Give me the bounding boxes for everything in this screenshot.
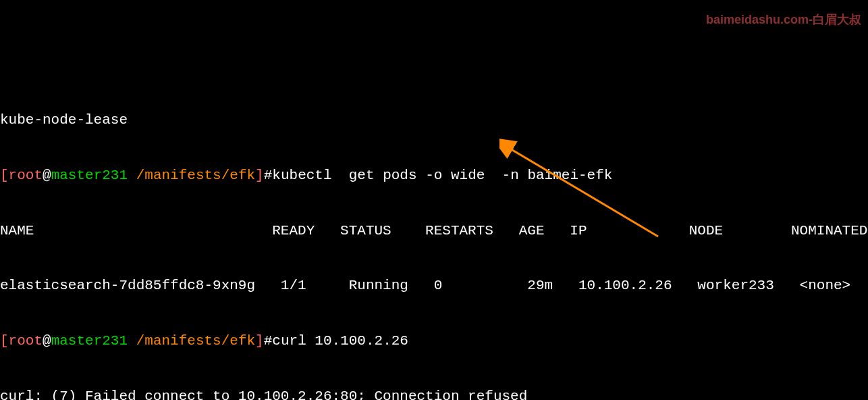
command-kubectl: kubectl get pods -o wide -n baimei-efk [272,168,612,183]
command-curl-80: curl 10.100.2.26 [272,333,408,349]
terminal-line-truncated: kube-node-lease [0,111,868,129]
curl-error-line: curl: (7) Failed connect to 10.100.2.26:… [0,387,868,400]
terminal-prompt-line-2: [root@master231 /manifests/efk]#curl 10.… [0,332,868,350]
kubectl-data-row: elasticsearch-7dd85ffdc8-9xn9g 1/1 Runni… [0,276,868,295]
kubectl-header-row: NAME READY STATUS RESTARTS AGE IP NODE N… [0,222,868,240]
terminal-prompt-line-1: [root@master231 /manifests/efk]#kubectl … [0,166,868,184]
watermark-text: baimeidashu.com-白眉大叔 [706,12,861,28]
